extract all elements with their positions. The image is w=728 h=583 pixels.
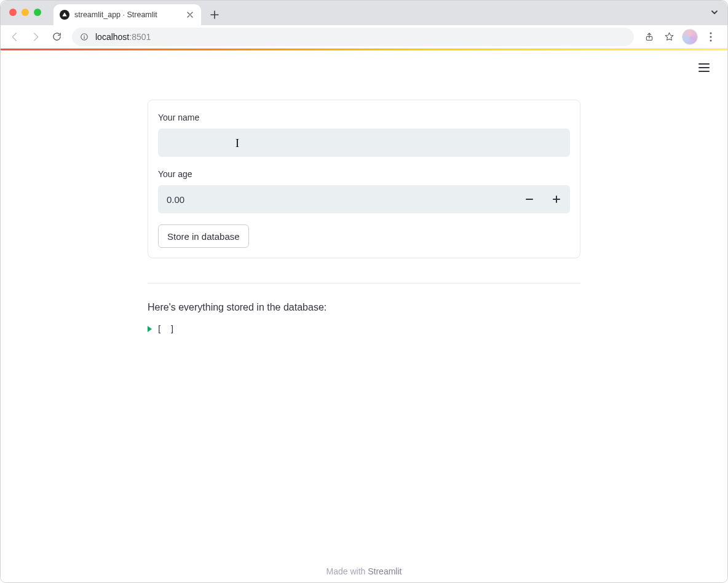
toolbar-right [640,28,722,46]
main-content: Your name I Your age Store in database H… [148,50,580,371]
new-tab-button[interactable] [206,6,223,23]
tab-streamlit-app[interactable]: streamlit_app · Streamlit [53,4,201,25]
address-bar[interactable]: localhost:8501 [72,28,634,46]
svg-point-4 [710,36,711,38]
url-host: localhost [95,32,129,42]
browser-tab-strip: streamlit_app · Streamlit [1,1,727,25]
streamlit-favicon-icon [60,10,69,20]
back-button[interactable] [6,28,24,46]
kebab-menu-icon[interactable] [702,28,720,46]
tab-close-icon[interactable] [185,10,195,20]
footer: Made with Streamlit [1,566,727,576]
url-port: :8501 [129,32,151,42]
age-input-group [158,185,570,213]
increment-button[interactable] [543,185,570,213]
app-menu-button[interactable] [695,59,713,76]
decrement-button[interactable] [516,185,543,213]
window-controls [9,9,41,16]
age-label: Your age [158,169,570,179]
forward-button[interactable] [26,28,45,46]
name-input[interactable] [158,129,570,157]
svg-point-3 [710,32,711,34]
app-viewport: Your name I Your age Store in database H… [1,50,727,583]
window-maximize-button[interactable] [34,9,41,16]
svg-point-5 [710,39,711,41]
json-expand-caret-icon[interactable] [148,326,152,332]
share-icon[interactable] [640,28,659,46]
site-info-icon[interactable] [79,32,89,42]
window-minimize-button[interactable] [22,9,29,16]
window-close-button[interactable] [9,9,17,16]
url-text: localhost:8501 [95,32,151,42]
browser-toolbar: localhost:8501 [1,25,727,49]
footer-prefix: Made with [326,566,368,576]
profile-avatar[interactable] [682,29,698,45]
svg-point-1 [84,34,84,35]
db-heading: Here's everything stored in the database… [148,302,580,313]
db-json-value: [ ] [157,324,176,334]
store-button[interactable]: Store in database [158,224,249,248]
tab-title: streamlit_app · Streamlit [74,10,180,19]
reload-button[interactable] [47,28,66,46]
db-json-display: [ ] [148,324,580,334]
tabs-overflow-button[interactable] [710,8,719,19]
name-label: Your name [158,113,570,122]
bookmark-star-icon[interactable] [660,28,678,46]
footer-brand-link[interactable]: Streamlit [368,566,402,576]
input-form: Your name I Your age Store in database [148,100,580,258]
age-input[interactable] [158,185,516,213]
divider [148,283,580,284]
tabs-region: streamlit_app · Streamlit [53,4,223,25]
